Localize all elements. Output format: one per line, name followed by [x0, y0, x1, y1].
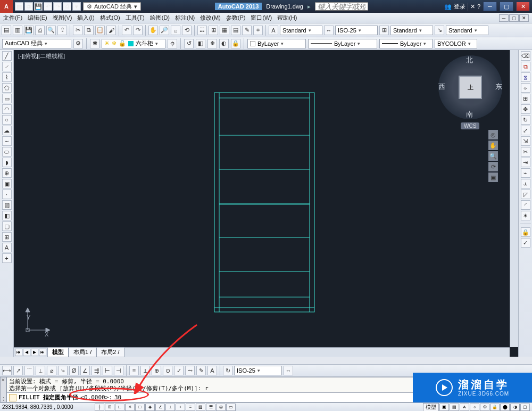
nav-wheel-icon[interactable]: ◎ [488, 130, 498, 139]
copy-obj-icon[interactable]: ⧉ [521, 62, 530, 71]
designcenter-icon[interactable]: ⊞ [209, 26, 218, 35]
vertical-scrollbar[interactable] [510, 50, 518, 347]
scale-icon[interactable]: ⤢ [521, 126, 530, 135]
sb-hw-icon[interactable]: ⬤ [500, 404, 510, 411]
redo-icon[interactable]: ↷ [133, 26, 143, 35]
sb-layouts-icon[interactable]: ▤ [450, 404, 459, 411]
layeriso-icon[interactable]: ◧ [196, 39, 205, 48]
diminspect-icon[interactable]: ✓ [174, 366, 184, 375]
zoom-icon[interactable]: 🔎 [160, 26, 169, 35]
tablestyle-icon[interactable]: ⊞ [379, 26, 389, 35]
array-icon[interactable]: ⊞ [521, 94, 530, 103]
spline-icon[interactable]: ∼ [2, 136, 12, 146]
tab-layout1[interactable]: 布局1 / [69, 347, 96, 357]
mdi-close-button[interactable]: ✕ [519, 14, 529, 22]
zoomwin-icon[interactable]: ⌕ [171, 26, 180, 35]
print-icon[interactable]: ⎙ [35, 26, 45, 35]
explode-icon[interactable]: ✶ [521, 211, 530, 220]
sb-annoscale-icon[interactable]: A [460, 404, 469, 411]
properties-icon[interactable]: ☷ [197, 26, 207, 35]
app-logo[interactable]: A [0, 0, 13, 13]
maximize-button[interactable]: ▢ [500, 2, 513, 11]
close-button[interactable]: ✕ [516, 2, 530, 11]
viewcube[interactable]: 北 南 西 东 上 WCS [438, 55, 502, 119]
save-icon[interactable]: 💾 [24, 26, 34, 35]
preview-icon[interactable]: 🔍 [46, 26, 56, 35]
dimedit-icon[interactable]: ✎ [196, 366, 206, 375]
dimstylemgr-icon[interactable]: ↔ [284, 366, 293, 375]
sb-otrack-icon[interactable]: ∠ [155, 404, 165, 411]
chamfer-icon[interactable]: ◸ [521, 190, 530, 199]
sb-tpy-icon[interactable]: ▨ [196, 404, 205, 411]
markup-icon[interactable]: ✎ [242, 26, 252, 35]
tolerance-icon[interactable]: ⊕ [152, 366, 161, 375]
fillet-icon[interactable]: ◜ [521, 200, 530, 210]
sb-osnap-icon[interactable]: □ [135, 404, 145, 411]
join-icon[interactable]: ⥿ [521, 179, 530, 188]
sb-polar-icon[interactable]: ✳ [125, 404, 135, 411]
menu-insert[interactable]: 插入(I) [77, 14, 94, 22]
sb-clean-icon[interactable]: ▢ [520, 404, 530, 411]
clean-icon[interactable]: ✓ [521, 238, 530, 248]
offset-icon[interactable]: ⟐ [521, 83, 530, 93]
layerlock-icon[interactable]: 🔒 [231, 39, 240, 48]
mtext-icon[interactable]: A [2, 243, 12, 252]
dimtedit-icon[interactable]: A [207, 366, 217, 375]
paste-icon[interactable]: 📋 [95, 26, 105, 35]
viewcube-west[interactable]: 西 [438, 82, 445, 92]
sb-grid-icon[interactable]: ⊞ [105, 404, 114, 411]
layerprev-icon[interactable]: ↺ [184, 39, 194, 48]
circle-icon[interactable]: ○ [2, 115, 12, 125]
block-icon[interactable]: ▣ [2, 179, 12, 188]
menu-dimension[interactable]: 标注(N) [175, 14, 195, 22]
qat-save-icon[interactable]: 💾 [34, 2, 43, 11]
xline-icon[interactable]: ⟋ [2, 62, 12, 71]
dimbreak-icon[interactable]: ⫫ [140, 366, 150, 375]
viewcube-wcs[interactable]: WCS [461, 122, 479, 129]
viewcube-north[interactable]: 北 [466, 55, 473, 65]
sb-qp-icon[interactable]: ☰ [206, 404, 215, 411]
cmd-input-value[interactable]: 30 [114, 394, 121, 401]
color-combo[interactable]: ByLayer▾ [247, 39, 306, 48]
toolpalettes-icon[interactable]: ▦ [220, 26, 229, 35]
menu-view[interactable]: 视图(V) [53, 14, 72, 22]
menu-modify[interactable]: 修改(M) [200, 14, 221, 22]
layer-combo[interactable]: ☀❄🔓 六斗柜▾ [102, 39, 165, 48]
sb-isolate-icon[interactable]: ◑ [510, 404, 520, 411]
extend-icon[interactable]: ⇥ [521, 158, 530, 167]
viewcube-east[interactable]: 东 [495, 82, 502, 92]
layermatch-icon[interactable]: ⯐ [168, 39, 177, 48]
qat-redo-icon[interactable]: ↷ [53, 2, 62, 11]
undo-icon[interactable]: ↶ [122, 26, 131, 35]
nav-showmotion-icon[interactable]: ▣ [488, 172, 498, 182]
cmd-close-handle[interactable]: ✕⋮ [0, 377, 6, 402]
addselected-icon[interactable]: + [2, 253, 12, 263]
pan-icon[interactable]: ✋ [148, 26, 158, 35]
mleaderstyle-icon[interactable]: ↘ [435, 26, 444, 35]
sb-am-icon[interactable]: ▭ [226, 404, 236, 411]
dimdia-icon[interactable]: Ø [69, 366, 79, 375]
line-icon[interactable]: ╱ [2, 51, 12, 61]
viewcube-south[interactable]: 南 [466, 110, 473, 119]
workspace-dropdown[interactable]: ⚙AutoCAD 经典▾ [83, 2, 141, 11]
sb-quickview-icon[interactable]: ▣ [439, 404, 449, 411]
sb-model-label[interactable]: 模型 [423, 403, 439, 412]
qat-new-icon[interactable]: ▤ [15, 2, 23, 11]
dim-style-combo[interactable]: ISO-25▾ [234, 366, 282, 375]
matchprop-icon[interactable]: 🖌 [106, 26, 116, 35]
gradient-icon[interactable]: ◧ [2, 211, 12, 220]
move-icon[interactable]: ✥ [521, 104, 530, 114]
dimupdate-icon[interactable]: ↻ [223, 366, 232, 375]
erase-icon[interactable]: ⌫ [521, 51, 530, 61]
nav-pan-icon[interactable]: ✋ [488, 141, 498, 150]
ellipse-icon[interactable]: ⬭ [2, 147, 12, 157]
open-icon[interactable]: ▥ [13, 26, 22, 35]
workspace-combo[interactable]: AutoCAD 经典▾ [2, 39, 71, 48]
layeroff-icon[interactable]: ◐ [219, 39, 229, 48]
infocenter-icon[interactable]: 👥 [444, 3, 452, 10]
dimspace-icon[interactable]: ≡ [129, 366, 139, 375]
coordinates[interactable]: 2331.9834, 880.7339 , 0.0000 [2, 404, 93, 410]
ellipsearc-icon[interactable]: ◗ [2, 158, 12, 167]
menu-help[interactable]: 帮助(H) [277, 14, 297, 22]
arc-icon[interactable]: ◠ [2, 104, 12, 114]
